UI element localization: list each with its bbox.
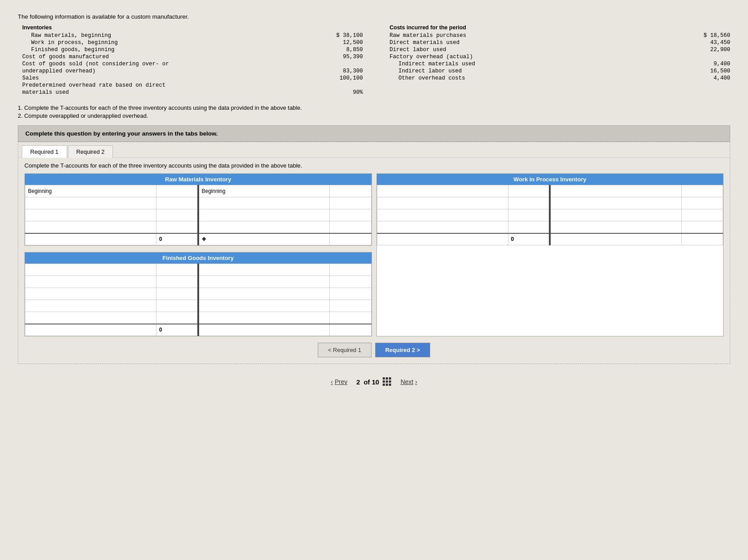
- inv-label-8: Predetermined overhead rate based on dir…: [22, 82, 328, 88]
- page-indicator: 2 of 10: [356, 377, 392, 386]
- cost-value-4: [695, 54, 730, 60]
- fg-debit-input-1[interactable]: [159, 267, 195, 273]
- next-button[interactable]: Next ›: [400, 378, 417, 385]
- rm-credit-total-input[interactable]: [332, 236, 368, 243]
- tab-required2[interactable]: Required 2: [68, 145, 113, 158]
- cost-row-5: Indirect materials used 9,400: [390, 61, 731, 67]
- prev-button[interactable]: ‹ Prev: [331, 378, 347, 385]
- inv-label-7: Sales: [22, 75, 328, 81]
- fg-debit-input-2[interactable]: [159, 279, 195, 285]
- complete-banner: Complete this question by entering your …: [18, 125, 730, 142]
- inv-label-3: Finished goods, beginning: [31, 47, 328, 53]
- cost-value-3: 22,900: [695, 47, 730, 53]
- req1-button[interactable]: < Required 1: [318, 343, 372, 357]
- fg-credit-input-2[interactable]: [332, 279, 368, 285]
- cost-value-5: 9,400: [695, 61, 730, 67]
- rm-debit-val-1[interactable]: [156, 185, 198, 197]
- chevron-right-icon: ›: [415, 378, 417, 385]
- inv-value-8: [328, 82, 363, 88]
- cost-row-2: Direct materials used 43,450: [390, 40, 731, 46]
- table-row: [377, 197, 723, 209]
- wip-debit-input-2[interactable]: [511, 200, 547, 207]
- rm-debit-input-3[interactable]: [159, 212, 195, 219]
- cost-label-3: Direct labor used: [390, 47, 695, 53]
- table-row: [377, 221, 723, 233]
- fg-credit-input-1[interactable]: [332, 267, 368, 273]
- current-page: 2: [356, 378, 360, 386]
- rm-debit-input-1[interactable]: [159, 188, 195, 195]
- rm-debit-label-1: Beginning: [25, 185, 156, 197]
- inv-row-9: materials used 90%: [22, 89, 363, 96]
- cost-row-3: Direct labor used 22,900: [390, 47, 731, 53]
- t-accounts-right: Work in Process Inventory: [376, 173, 724, 336]
- cost-row-1: Raw materials purchases $ 18,560: [390, 32, 731, 39]
- table-row: [377, 185, 723, 197]
- of-text: of 10: [364, 378, 379, 386]
- fg-credit-input-3[interactable]: [332, 291, 368, 297]
- table-row-totals: 0: [377, 233, 723, 245]
- tabs-container: Required 1 Required 2 Complete the T-acc…: [18, 142, 730, 364]
- rm-debit-input-4[interactable]: [159, 224, 195, 230]
- rm-credit-input-4[interactable]: [332, 224, 368, 230]
- fg-debit-input-4[interactable]: [159, 303, 195, 309]
- fg-debit-input-3[interactable]: [159, 291, 195, 297]
- inv-value-5: [328, 61, 363, 67]
- t-accounts-area: Raw Materials Inventory Beginning Beginn…: [24, 173, 724, 336]
- raw-materials-header: Raw Materials Inventory: [25, 174, 372, 185]
- fg-debit-total: 0: [156, 324, 198, 336]
- page-description: The following information is available f…: [18, 13, 730, 20]
- wip-table: 0: [377, 185, 724, 245]
- tab-required1[interactable]: Required 1: [22, 145, 67, 158]
- inv-value-9: 90%: [328, 89, 363, 96]
- fg-credit-input-5[interactable]: [332, 315, 368, 321]
- inv-label-2: Work in process, beginning: [31, 40, 328, 46]
- inv-value-3: 8,850: [328, 47, 363, 53]
- wip-credit-input-2[interactable]: [684, 200, 720, 207]
- rm-credit-label-1: Beginning: [199, 185, 330, 197]
- inv-value-4: 95,390: [328, 54, 363, 60]
- table-row: Beginning Beginning: [25, 185, 372, 197]
- grid-icon[interactable]: [383, 377, 392, 386]
- chevron-left-icon: ‹: [331, 378, 333, 385]
- tasks-section: 1. Complete the T-accounts for each of t…: [18, 104, 730, 119]
- fg-credit-input-4[interactable]: [332, 303, 368, 309]
- table-row: [25, 197, 372, 209]
- wip-debit-input-3[interactable]: [511, 212, 547, 219]
- inv-value-1: $ 38,100: [328, 32, 363, 39]
- cost-label-2: Direct materials used: [390, 40, 695, 46]
- rm-crosshair: ✚: [199, 233, 330, 245]
- costs-header: Costs incurred for the period: [390, 24, 731, 31]
- inv-value-2: 12,500: [328, 40, 363, 46]
- inv-label-1: Raw materials, beginning: [31, 32, 328, 39]
- inv-value-7: 100,100: [328, 75, 363, 81]
- inv-row-6: underapplied overhead) 83,300: [22, 68, 363, 74]
- rm-credit-input-2[interactable]: [332, 200, 368, 207]
- req2-button[interactable]: Required 2 >: [375, 343, 430, 357]
- finished-goods-header: Finished Goods Inventory: [25, 252, 372, 264]
- wip-credit-input-3[interactable]: [684, 212, 720, 219]
- raw-materials-t-account: Raw Materials Inventory Beginning Beginn…: [24, 173, 372, 246]
- wip-credit-total-input[interactable]: [684, 236, 720, 243]
- wip-t-account: Work in Process Inventory: [376, 173, 724, 336]
- task1: 1. Complete the T-accounts for each of t…: [18, 104, 730, 111]
- table-row-totals: 0: [25, 324, 372, 336]
- wip-credit-input-1[interactable]: [684, 188, 720, 195]
- rm-credit-val-1[interactable]: [330, 185, 371, 197]
- rm-credit-input-1[interactable]: [332, 188, 368, 195]
- fg-credit-total-input[interactable]: [332, 327, 368, 333]
- table-row: [377, 209, 723, 221]
- tab-subtitle: Complete the T-accounts for each of the …: [24, 162, 724, 169]
- table-row-totals: 0 ✚: [25, 233, 372, 245]
- wip-header: Work in Process Inventory: [377, 174, 724, 185]
- wip-debit-input-1[interactable]: [511, 188, 547, 195]
- inv-row-8: Predetermined overhead rate based on dir…: [22, 82, 363, 88]
- cost-label-6: Indirect labor used: [399, 68, 695, 74]
- wip-credit-input-4[interactable]: [684, 224, 720, 230]
- table-row: [25, 300, 372, 312]
- inv-row-5: Cost of goods sold (not considering over…: [22, 61, 363, 67]
- fg-debit-input-5[interactable]: [159, 315, 195, 321]
- wip-debit-input-4[interactable]: [511, 224, 547, 230]
- rm-debit-input-2[interactable]: [159, 200, 195, 207]
- rm-credit-input-3[interactable]: [332, 212, 368, 219]
- finished-goods-table: 0: [25, 264, 372, 336]
